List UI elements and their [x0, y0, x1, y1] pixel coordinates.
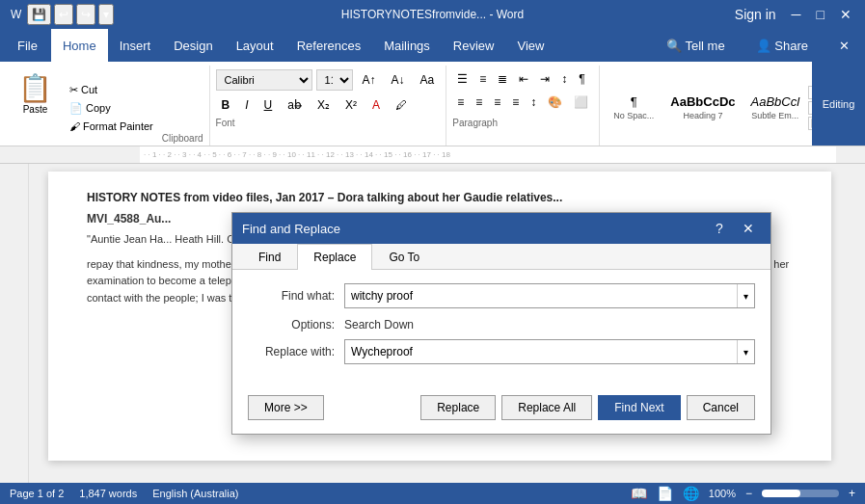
replace-btn[interactable]: Replace	[420, 395, 496, 420]
replace-all-btn[interactable]: Replace All	[501, 395, 592, 420]
replace-with-row: Replace with: ▾	[248, 339, 755, 364]
dialog-close-btn[interactable]: ✕	[736, 218, 761, 239]
more-btn[interactable]: More >>	[248, 395, 324, 420]
dialog-tabs: Find Replace Go To	[232, 244, 770, 270]
find-next-btn[interactable]: Find Next	[598, 395, 680, 420]
replace-with-input[interactable]	[345, 340, 737, 363]
tab-replace[interactable]: Replace	[297, 244, 372, 270]
find-what-row: Find what: ▾	[248, 283, 755, 308]
tab-goto[interactable]: Go To	[372, 244, 436, 270]
replace-with-label: Replace with:	[248, 345, 335, 358]
cancel-btn[interactable]: Cancel	[687, 395, 755, 420]
find-replace-dialog: Find and Replace ? ✕ Find Replace Go To …	[231, 212, 771, 435]
find-what-label: Find what:	[248, 289, 335, 303]
dialog-controls: ? ✕	[707, 218, 761, 239]
dialog-btns-right: Replace Replace All Find Next Cancel	[420, 395, 755, 420]
dialog-titlebar: Find and Replace ? ✕	[232, 213, 770, 244]
options-row: Options: Search Down	[248, 318, 755, 332]
options-label: Options:	[248, 318, 335, 332]
dialog-help-btn[interactable]: ?	[707, 218, 732, 239]
replace-input-wrap: ▾	[344, 339, 755, 364]
dialog-body: Find what: ▾ Options: Search Down Replac…	[232, 270, 770, 387]
dialog-overlay: Find and Replace ? ✕ Find Replace Go To …	[0, 0, 865, 504]
find-what-input[interactable]	[345, 284, 737, 307]
dialog-title: Find and Replace	[242, 222, 340, 236]
find-input-wrap: ▾	[344, 283, 755, 308]
replace-dropdown-btn[interactable]: ▾	[737, 340, 754, 363]
tab-find[interactable]: Find	[242, 244, 297, 270]
dialog-actions: More >> Replace Replace All Find Next Ca…	[232, 387, 770, 434]
find-dropdown-btn[interactable]: ▾	[737, 284, 754, 307]
options-value: Search Down	[344, 318, 414, 332]
